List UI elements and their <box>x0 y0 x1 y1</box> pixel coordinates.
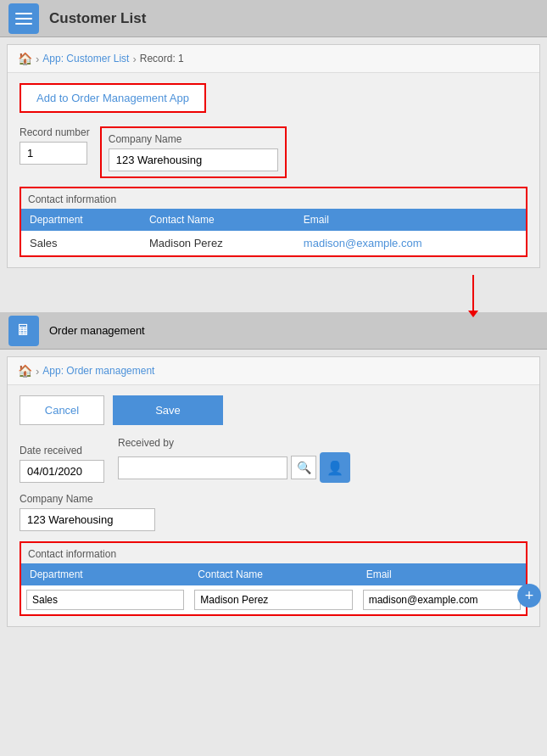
record-number-label: Record number <box>20 126 90 138</box>
save-button[interactable]: Save <box>113 395 223 425</box>
app2-panel-body: Cancel Save Date received Received by 🔍 … <box>8 385 539 626</box>
breadcrumb-sep3: › <box>36 365 39 378</box>
app1-contact-table: Department Contact Name Email Sales Madi… <box>21 209 526 255</box>
app1-contact-name-cell: Madison Perez <box>141 231 295 255</box>
app1-panel-body: Add to Order Management App Record numbe… <box>8 73 539 267</box>
breadcrumb-sep2: › <box>132 53 136 65</box>
app1-contact-label: Contact information <box>21 188 526 209</box>
app2-col-contact-name: Contact Name <box>189 563 357 585</box>
app2-contact-table: Department Contact Name Email <box>21 563 526 614</box>
app1-contact-row: Sales Madison Perez madison@example.com <box>21 231 526 255</box>
app2-breadcrumb: 🏠 › App: Order management <box>8 357 539 385</box>
app2-col-email: Email <box>358 563 526 585</box>
company-name-label-top: Company Name <box>109 133 278 145</box>
company-name-label-bottom: Company Name <box>20 493 527 505</box>
app2-email-cell <box>358 585 526 614</box>
app2-email-input[interactable] <box>363 590 521 610</box>
app2-icon: 🖩 <box>8 316 39 346</box>
app2-breadcrumb-app[interactable]: App: Order management <box>42 365 154 377</box>
date-received-row: Date received Received by 🔍 👤 <box>20 437 527 483</box>
breadcrumb-sep1: › <box>36 53 39 65</box>
add-to-app-button[interactable]: Add to Order Management App <box>20 83 206 113</box>
action-row: Cancel Save <box>20 395 527 425</box>
app2-contact-row <box>21 585 526 614</box>
menu-icon[interactable] <box>8 3 39 34</box>
date-received-group: Date received <box>20 445 104 483</box>
record-number-group: Record number <box>20 126 90 165</box>
received-by-field-row: 🔍 👤 <box>118 452 350 483</box>
app2-contact-label: Contact information <box>21 543 526 563</box>
search-icon-button[interactable]: 🔍 <box>291 456 316 479</box>
home-icon-2[interactable]: 🏠 <box>18 364 32 378</box>
app2-contact-name-input[interactable] <box>194 590 352 610</box>
person-icon-button[interactable]: 👤 <box>320 452 350 483</box>
app2-contact-name-cell <box>189 585 357 614</box>
app1-col-email: Email <box>295 209 526 231</box>
app2-contact-header-row: Department Contact Name Email <box>21 563 526 585</box>
connecting-arrow <box>472 275 474 311</box>
received-by-group: Received by 🔍 👤 <box>118 437 350 483</box>
app1-breadcrumb-record: Record: 1 <box>140 53 184 64</box>
app1-breadcrumb-app[interactable]: App: Customer List <box>42 53 129 64</box>
company-name-row-bottom: Company Name <box>20 493 527 531</box>
company-name-input-top[interactable] <box>109 148 278 171</box>
app1-breadcrumb: 🏠 › App: Customer List › Record: 1 <box>8 45 539 73</box>
app1-panel: 🏠 › App: Customer List › Record: 1 Add t… <box>7 44 540 268</box>
app1-dept-cell: Sales <box>21 231 141 255</box>
app1-email-cell: madison@example.com <box>295 231 526 255</box>
app2-header: 🖩 Order management <box>0 312 547 350</box>
app1-title: Customer List <box>49 10 146 27</box>
app1-col-contact-name: Contact Name <box>141 209 295 231</box>
app2-dept-input[interactable] <box>26 590 184 610</box>
record-number-input[interactable] <box>20 142 87 165</box>
app1-form-row: Record number Company Name <box>20 126 527 178</box>
home-icon[interactable]: 🏠 <box>18 52 32 65</box>
app2-panel: 🏠 › App: Order management Cancel Save Da… <box>7 356 540 627</box>
company-name-input-bottom[interactable] <box>20 508 155 531</box>
received-by-input[interactable] <box>118 456 287 479</box>
app1-contact-section: Contact information Department Contact N… <box>20 187 527 257</box>
app1-header: Customer List <box>0 0 547 37</box>
calculator-icon: 🖩 <box>16 322 31 339</box>
date-received-label: Date received <box>20 445 104 456</box>
add-row-button[interactable]: + <box>517 584 541 608</box>
cancel-button[interactable]: Cancel <box>20 395 104 425</box>
search-icon: 🔍 <box>297 461 311 474</box>
app2-dept-cell <box>21 585 189 614</box>
received-by-label: Received by <box>118 437 350 449</box>
app2-col-department: Department <box>21 563 189 585</box>
date-received-input[interactable] <box>20 460 104 483</box>
app1-col-department: Department <box>21 209 141 231</box>
app1-contact-header-row: Department Contact Name Email <box>21 209 526 231</box>
app2-contact-section: Contact information Department Contact N… <box>20 541 527 616</box>
company-name-group-top: Company Name <box>100 126 287 178</box>
person-icon: 👤 <box>327 460 343 476</box>
app2-title: Order management <box>49 324 145 337</box>
